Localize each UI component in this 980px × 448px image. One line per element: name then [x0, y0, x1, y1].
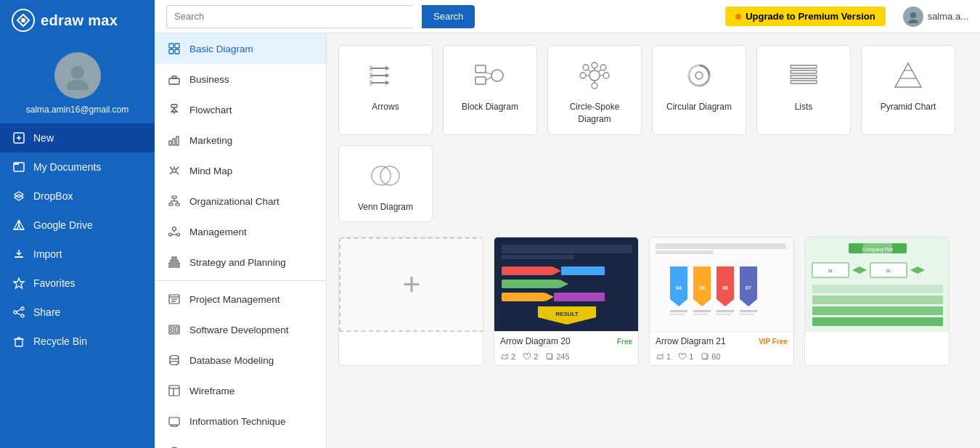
project-mgmt-icon: [166, 291, 182, 307]
recycle-bin-icon: [12, 334, 26, 349]
svg-rect-155: [716, 310, 734, 312]
cat-management-label: Management: [189, 227, 247, 237]
app-name: edraw max: [41, 12, 118, 29]
cat-management[interactable]: Management: [155, 216, 326, 247]
google-drive-icon: [12, 218, 26, 232]
svg-point-124: [380, 166, 399, 185]
arrow21-thumb: 04 05 06 07: [650, 237, 794, 332]
main-area: Search Upgrade to Premium Version salma.…: [155, 0, 980, 448]
cat-project-mgmt-label: Project Management: [189, 294, 280, 305]
diagram-card-circular[interactable]: Circular Diagram: [652, 45, 746, 135]
svg-text:02: 02: [886, 269, 891, 273]
cat-db-modeling[interactable]: Database Modeling: [155, 345, 326, 375]
svg-rect-173: [812, 306, 943, 315]
sidebar-item-recycle-bin[interactable]: Recycle Bin: [0, 327, 155, 356]
svg-rect-39: [176, 137, 179, 145]
diagram-card-arrows[interactable]: Arrows: [338, 45, 433, 135]
svg-rect-77: [169, 418, 179, 425]
import-icon: [12, 247, 26, 261]
sidebar-item-my-documents[interactable]: My Documents: [0, 152, 155, 182]
search-input[interactable]: [166, 5, 413, 28]
venn-diagram-label: Venn Diagram: [358, 201, 413, 213]
logo-icon: [12, 9, 35, 32]
svg-point-0: [21, 18, 25, 23]
sidebar-item-new[interactable]: New: [0, 123, 155, 152]
cat-db-modeling-label: Database Modeling: [189, 355, 274, 366]
svg-point-123: [372, 166, 391, 185]
svg-point-40: [173, 169, 176, 173]
svg-rect-96: [369, 80, 372, 86]
svg-marker-120: [895, 63, 921, 87]
sidebar-item-dropbox[interactable]: DropBox: [0, 182, 155, 211]
diagram-card-lists[interactable]: Lists: [756, 45, 851, 135]
diagram-card-pyramid[interactable]: Pyramid Chart: [861, 45, 955, 135]
cat-flowchart[interactable]: Flowchart: [155, 94, 326, 125]
svg-rect-48: [176, 203, 179, 205]
svg-rect-141: [656, 243, 786, 249]
svg-rect-119: [791, 81, 817, 84]
svg-rect-131: [502, 280, 560, 288]
cat-project-mgmt[interactable]: Project Management: [155, 284, 326, 314]
svg-rect-98: [475, 77, 486, 84]
svg-rect-118: [791, 76, 817, 78]
svg-marker-34: [171, 109, 177, 112]
wireframe-icon: [166, 383, 182, 399]
diagram-card-block[interactable]: Block Diagram: [443, 45, 537, 135]
sidebar-item-google-drive[interactable]: Google Drive: [0, 211, 155, 240]
dropbox-icon: [12, 189, 26, 203]
svg-point-108: [600, 65, 606, 70]
svg-line-113: [588, 70, 591, 72]
new-icon: [12, 131, 26, 145]
svg-rect-46: [172, 196, 176, 198]
template-card-new[interactable]: +: [338, 237, 483, 366]
user-email: salma.amin16@gmail.com: [26, 105, 129, 115]
diagram-card-circle-spoke[interactable]: Circle-Spoke Diagram: [547, 45, 642, 135]
diagram-card-venn[interactable]: Venn Diagram: [338, 145, 433, 223]
cat-wireframe[interactable]: Wireframe: [155, 375, 326, 406]
cat-software-dev[interactable]: Software Development: [155, 314, 326, 345]
mind-map-icon: [166, 163, 182, 179]
svg-rect-116: [791, 65, 817, 68]
cat-basic-diagram[interactable]: Basic Diagram: [155, 33, 326, 64]
svg-rect-68: [171, 330, 174, 333]
cat-info-tech[interactable]: Information Technique: [155, 406, 326, 436]
svg-rect-69: [176, 327, 178, 333]
cat-org-chart[interactable]: Organizational Chart: [155, 186, 326, 216]
db-modeling-icon: [166, 352, 182, 368]
svg-rect-61: [169, 266, 179, 267]
search-button[interactable]: Search: [422, 5, 475, 28]
arrow20-hearts: 2: [523, 352, 538, 361]
svg-rect-33: [171, 105, 177, 107]
template-card-arrow22[interactable]: CompanyTitle 01 02: [804, 237, 950, 366]
cat-basic-diagram-label: Basic Diagram: [189, 44, 253, 54]
share-icon: [12, 305, 26, 319]
cat-wireframe-label: Wireframe: [189, 386, 234, 396]
circle-spoke-icon: [574, 57, 615, 94]
info-tech-icon: [166, 413, 182, 429]
cat-marketing[interactable]: Marketing: [155, 125, 326, 155]
diagram-types-section: Arrows Block D: [338, 45, 968, 222]
cat-mind-map[interactable]: Mind Map: [155, 155, 326, 186]
sidebar-item-share[interactable]: Share: [0, 298, 155, 327]
svg-rect-128: [502, 266, 552, 275]
svg-rect-20: [15, 339, 23, 346]
svg-line-101: [486, 77, 491, 81]
sidebar-item-docs-label: My Documents: [33, 161, 101, 173]
cat-strategy[interactable]: Strategy and Planning: [155, 247, 326, 277]
cat-electrical[interactable]: Electrical Engineering: [155, 436, 326, 448]
svg-rect-135: [554, 293, 605, 301]
upgrade-button[interactable]: Upgrade to Premium Version: [725, 7, 885, 26]
sidebar-item-import[interactable]: Import: [0, 240, 155, 269]
diagram-area: Arrows Block D: [327, 33, 980, 448]
cat-business[interactable]: Business: [155, 64, 326, 94]
avatar: [54, 52, 101, 99]
business-icon: [166, 71, 182, 87]
category-sidebar: Basic Diagram Business: [155, 33, 327, 448]
favorites-icon: [12, 276, 26, 290]
sidebar-item-dropbox-label: DropBox: [33, 190, 73, 202]
template-card-arrow20[interactable]: RESULT Arrow Diagram 20 Free 2: [494, 237, 639, 366]
user-profile[interactable]: salma.a...: [903, 7, 968, 27]
sidebar-item-favorites[interactable]: Favorites: [0, 269, 155, 298]
template-card-arrow21[interactable]: 04 05 06 07: [649, 237, 794, 366]
svg-text:RESULT: RESULT: [555, 311, 579, 317]
